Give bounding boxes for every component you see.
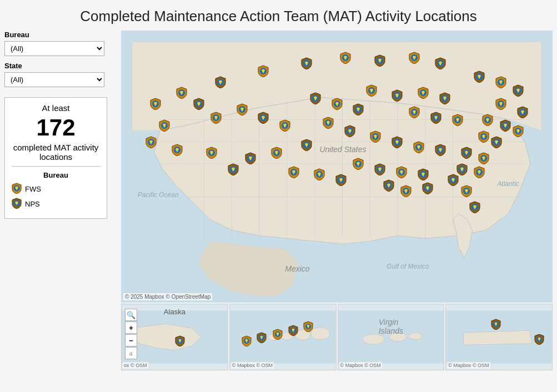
marker-fws-24 xyxy=(353,158,364,172)
sub-maps-row: 🔍 + − ⌂ Alaska ox © OSM xyxy=(121,304,553,370)
alaska-home-btn[interactable]: ⌂ xyxy=(125,347,137,359)
marker-fws-19 xyxy=(452,114,463,128)
fws-shield-icon xyxy=(12,183,22,195)
marker-nps-21 xyxy=(435,144,446,158)
marker-fws-25 xyxy=(396,166,407,180)
marker-nps-1 xyxy=(215,76,226,91)
marker-nps-14 xyxy=(392,89,403,104)
stats-box: At least 172 completed MAT activity loca… xyxy=(4,97,107,219)
main-map[interactable]: Pacific Ocean Atlantic Gulf of Mexico xyxy=(121,31,553,303)
svg-point-93 xyxy=(310,328,330,340)
marker-fws-9 xyxy=(495,98,506,112)
marker-fws-30 xyxy=(176,87,187,101)
marker-nps-25 xyxy=(301,139,312,153)
marker-nps-29 xyxy=(383,179,394,194)
marker-nps-17 xyxy=(310,92,321,107)
marker-nps-24 xyxy=(258,112,269,126)
svg-text:Gulf of Mexico: Gulf of Mexico xyxy=(387,263,429,270)
hawaii-credit: © Mapbox © OSM xyxy=(231,362,274,369)
hawaii-fws-2 xyxy=(273,329,283,342)
svg-text:Atlantic: Atlantic xyxy=(496,180,519,188)
marker-nps-8 xyxy=(500,119,511,134)
marker-fws-28 xyxy=(271,147,282,161)
legend-box: Bureau FWS xyxy=(12,166,100,210)
map-container: Pacific Ocean Atlantic Gulf of Mexico xyxy=(121,31,553,370)
alaska-label: Alaska xyxy=(164,308,185,316)
hawaii-fws-3 xyxy=(303,321,313,334)
sub-map-puerto-rico[interactable]: © Mapbox © OSM xyxy=(445,304,553,370)
alaska-map-controls: 🔍 + − ⌂ xyxy=(125,309,137,359)
marker-nps-9 xyxy=(491,136,502,150)
sub-map-alaska[interactable]: 🔍 + − ⌂ Alaska ox © OSM xyxy=(121,304,228,370)
mexico-map-label: Mexico xyxy=(285,264,309,273)
page-title: Completed Maintenance Action Team (MAT) … xyxy=(0,0,557,31)
marker-nps-22 xyxy=(374,163,385,178)
legend-item-nps: NPS xyxy=(12,198,100,210)
marker-nps-28 xyxy=(193,98,204,112)
marker-nps-2 xyxy=(301,57,312,72)
virgin-islands-label: VirginIslands xyxy=(379,318,403,335)
state-filter-label: State xyxy=(4,62,116,70)
marker-fws-4 xyxy=(172,144,183,158)
marker-fws-10 xyxy=(482,114,493,128)
us-map-label: United States xyxy=(319,145,366,154)
svg-point-102 xyxy=(409,333,422,340)
marker-nps-30 xyxy=(422,182,433,197)
marker-fws-17 xyxy=(418,87,429,101)
fws-label: FWS xyxy=(25,185,41,193)
marker-fws-20 xyxy=(332,98,343,112)
marker-fws-1 xyxy=(150,98,161,112)
marker-nps-10 xyxy=(461,147,472,161)
marker-nps-12 xyxy=(448,174,459,188)
bureau-filter-select[interactable]: (All) FWS NPS xyxy=(4,41,104,56)
pr-nps-1 xyxy=(491,319,501,332)
alaska-zoom-out-btn[interactable]: − xyxy=(125,334,137,346)
marker-nps-6 xyxy=(513,84,524,99)
marker-nps-31 xyxy=(335,174,347,188)
marker-fws-18 xyxy=(409,106,420,120)
stats-description: completed MAT activity locations xyxy=(12,143,100,162)
marker-fws-8 xyxy=(495,76,506,91)
marker-fws-11 xyxy=(478,130,489,145)
marker-fws-2 xyxy=(159,119,170,134)
bureau-filter-label: Bureau xyxy=(4,31,116,39)
nps-shield-icon xyxy=(12,198,22,210)
state-filter-group: State (All) xyxy=(4,62,116,87)
marker-fws-13 xyxy=(478,152,489,167)
hawaii-fws-1 xyxy=(242,335,252,349)
marker-nps-16 xyxy=(430,112,441,126)
state-filter-select[interactable]: (All) xyxy=(4,72,104,87)
alaska-zoom-in-btn[interactable]: + xyxy=(125,321,137,334)
marker-fws-14 xyxy=(474,166,485,180)
svg-text:Pacific Ocean: Pacific Ocean xyxy=(138,191,179,199)
marker-nps-3 xyxy=(374,54,385,69)
stats-at-least: At least xyxy=(12,103,100,113)
marker-nps-18 xyxy=(353,103,364,118)
marker-fws-7 xyxy=(409,52,420,66)
sub-map-virgin-islands[interactable]: VirginIslands © Mapbox © OSM xyxy=(338,304,445,370)
map-credit: © 2025 Mapbox © OpenStreetMap xyxy=(123,293,212,300)
stats-count: 172 xyxy=(12,115,100,140)
marker-nps-23 xyxy=(418,168,429,183)
alaska-search-btn[interactable]: 🔍 xyxy=(125,309,137,321)
alaska-credit: ox © OSM xyxy=(123,362,148,369)
sub-map-hawaii[interactable]: © Mapbox © OSM xyxy=(229,304,337,370)
marker-fws-33 xyxy=(314,168,325,183)
marker-fws-15 xyxy=(461,185,472,199)
marker-nps-15 xyxy=(439,92,450,107)
marker-nps-7 xyxy=(517,106,528,120)
virgin-islands-credit: © Mapbox © OSM xyxy=(339,362,382,369)
legend-item-fws: FWS xyxy=(12,183,100,195)
pr-fws-1 xyxy=(534,334,544,347)
marker-fws-22 xyxy=(370,130,381,145)
marker-fws-23 xyxy=(413,141,424,155)
marker-nps-4 xyxy=(435,57,446,72)
marker-nps-20 xyxy=(392,136,403,150)
marker-fws-3 xyxy=(145,136,157,150)
marker-fws-34 xyxy=(288,166,299,180)
marker-fws-31 xyxy=(210,112,222,126)
marker-fws-12 xyxy=(513,125,524,139)
marker-nps-26 xyxy=(245,152,256,167)
marker-fws-29 xyxy=(206,147,217,161)
marker-fws-6 xyxy=(340,52,351,66)
